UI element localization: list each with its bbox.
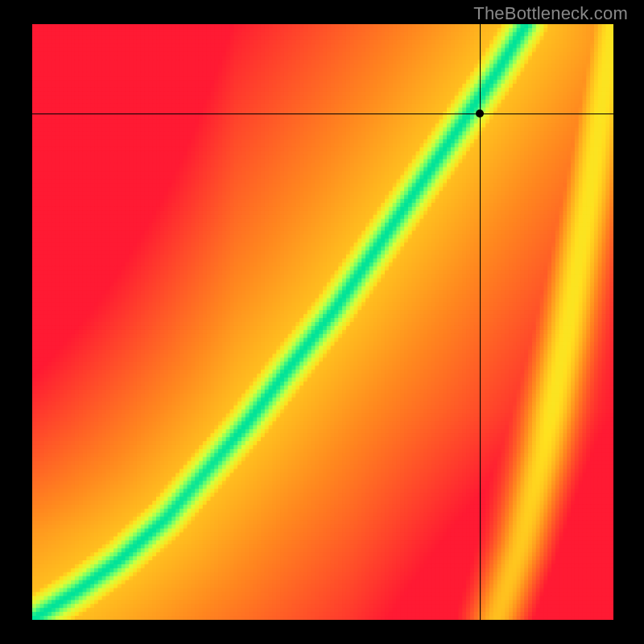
marker-dot bbox=[476, 109, 484, 118]
heatmap-plot bbox=[32, 24, 613, 620]
crosshair-horizontal bbox=[32, 114, 613, 114]
page-root: TheBottleneck.com bbox=[0, 0, 644, 644]
watermark-text: TheBottleneck.com bbox=[473, 3, 628, 24]
